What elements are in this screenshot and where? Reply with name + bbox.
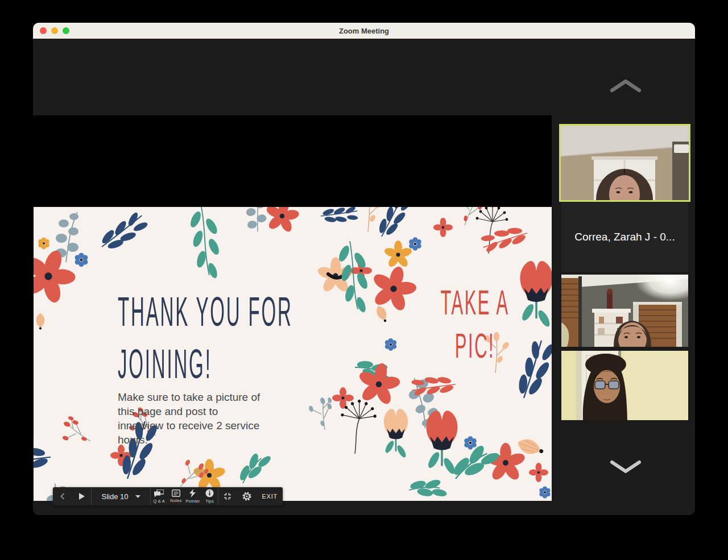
slide-body-text: Make sure to take a picture of this page… <box>118 390 283 447</box>
chevron-down-icon[interactable] <box>610 459 642 474</box>
compress-icon <box>224 492 231 500</box>
next-slide-button[interactable] <box>72 487 92 505</box>
video-tile-2[interactable] <box>561 275 688 347</box>
slide-selector[interactable]: Slide 10 <box>92 492 150 501</box>
notes-icon <box>172 490 180 497</box>
presenter-toolbar: Slide 10 Q & A Notes <box>53 487 283 505</box>
zoom-meeting-window: Zoom Meeting <box>33 23 695 515</box>
window-titlebar: Zoom Meeting <box>33 23 695 39</box>
participant-video-2 <box>561 275 688 347</box>
participant-name-label: Correa, Zarah J - 0... <box>574 231 675 243</box>
qa-icon <box>154 490 164 497</box>
meeting-content: THANK YOU FOR JOINING! Make sure to take… <box>33 39 695 515</box>
tips-button[interactable]: Tips <box>201 487 218 505</box>
laser-pointer-icon <box>189 489 196 497</box>
previous-slide-button[interactable] <box>53 487 72 505</box>
video-tile-3[interactable] <box>561 351 688 420</box>
participant-video-1 <box>561 126 689 200</box>
slide-cta-text: TAKE A PIC! <box>432 281 518 367</box>
video-tile-active-speaker[interactable] <box>559 124 690 202</box>
shared-screen-area: THANK YOU FOR JOINING! Make sure to take… <box>33 115 552 438</box>
pointer-button[interactable]: Pointer <box>184 487 201 505</box>
fullscreen-toggle-button[interactable] <box>218 487 237 505</box>
notes-button[interactable]: Notes <box>168 487 185 505</box>
info-icon <box>205 489 214 497</box>
qa-button[interactable]: Q & A <box>151 487 168 505</box>
slide-selector-label: Slide 10 <box>102 492 129 501</box>
chevron-down-icon <box>135 495 140 498</box>
participant-name-tile[interactable]: Correa, Zarah J - 0... <box>561 202 688 272</box>
chevron-up-icon[interactable] <box>610 78 642 93</box>
exit-presentation-button[interactable]: EXIT <box>257 487 283 505</box>
slide-title: THANK YOU FOR JOINING! <box>118 285 293 390</box>
settings-button[interactable] <box>237 487 257 505</box>
gear-icon <box>242 491 252 501</box>
presentation-slide: THANK YOU FOR JOINING! Make sure to take… <box>34 207 552 501</box>
participant-video-3 <box>561 351 688 420</box>
window-title: Zoom Meeting <box>33 27 695 35</box>
